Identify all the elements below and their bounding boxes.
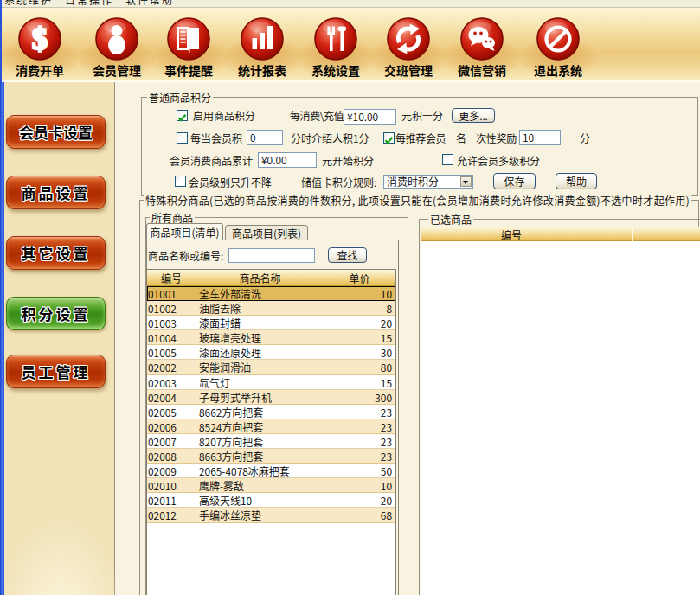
svg-text:$: $ xyxy=(32,22,48,56)
